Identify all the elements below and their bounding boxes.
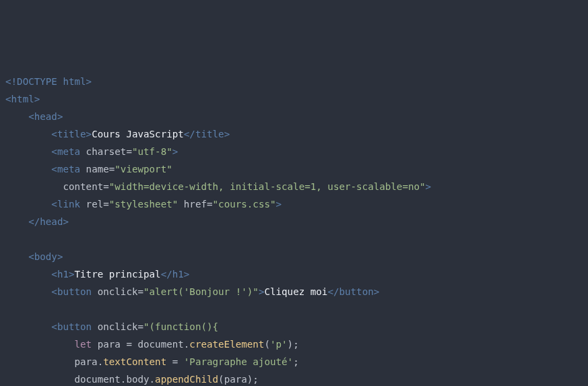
head-open: head	[34, 111, 57, 122]
html-open-tag: html	[11, 94, 34, 104]
h1-text: Titre principal	[75, 269, 161, 280]
body-open: body	[34, 251, 57, 262]
btn1-text: Cliquez moi	[264, 286, 327, 297]
code-block: <!DOCTYPE html> <html> <head> <title>Cou…	[5, 73, 583, 386]
doctype: DOCTYPE html	[17, 76, 86, 87]
title-text: Cours JavaScript	[92, 129, 184, 139]
